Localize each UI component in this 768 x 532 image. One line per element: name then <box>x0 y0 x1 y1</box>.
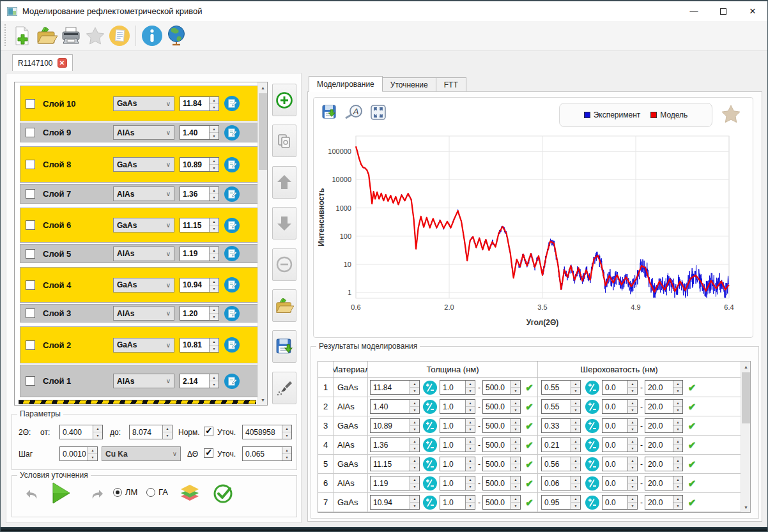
spinner-arrows-icon[interactable]: ▲▼ <box>282 425 291 439</box>
scroll-thumb[interactable] <box>742 372 750 423</box>
roughness-max-spinner[interactable]: 20.0▲▼ <box>645 495 683 510</box>
roughness-min-spinner[interactable]: 0.0▲▼ <box>602 399 638 414</box>
remove-layer-button[interactable] <box>272 248 296 281</box>
layer-material-combobox[interactable]: AlAs∨ <box>113 125 174 140</box>
roughness-min-spinner[interactable]: 0.0▲▼ <box>602 380 638 395</box>
plus-minus-toggle-icon[interactable] <box>585 381 599 395</box>
spinner-arrows-icon[interactable]: ▲▼ <box>465 419 475 432</box>
layer-checkbox[interactable] <box>26 128 35 137</box>
roughness-min-spinner[interactable]: 0.0▲▼ <box>602 495 638 510</box>
fit-enabled-check-icon[interactable]: ✔ <box>525 459 534 470</box>
layer-checkbox[interactable] <box>26 249 35 259</box>
layer-checkbox[interactable] <box>26 340 35 350</box>
layer-material-combobox[interactable]: AlAs∨ <box>113 247 174 261</box>
layer-thickness-spinner[interactable]: 1.20▲▼ <box>180 306 219 321</box>
run-refinement-button[interactable] <box>50 481 72 505</box>
roughness-max-spinner[interactable]: 20.0▲▼ <box>645 380 683 395</box>
plus-minus-toggle-icon[interactable] <box>585 457 599 471</box>
spinner-arrows-icon[interactable]: ▲▼ <box>571 476 580 490</box>
spinner-arrows-icon[interactable]: ▲▼ <box>465 476 475 490</box>
roughness-spinner[interactable]: 0.56▲▼ <box>541 457 581 471</box>
undo-button[interactable] <box>24 486 42 504</box>
save-structure-button[interactable] <box>272 330 296 363</box>
spinner-arrows-icon[interactable]: ▲▼ <box>571 457 580 471</box>
thickness-spinner[interactable]: 1.40▲▼ <box>370 399 420 414</box>
fit-enabled-check-icon[interactable]: ✔ <box>525 401 534 413</box>
spinner-arrows-icon[interactable]: ▲▼ <box>627 476 637 490</box>
thickness-spinner[interactable]: 10.94▲▼ <box>370 495 420 510</box>
thickness-spinner[interactable]: 11.84▲▼ <box>370 380 420 395</box>
method-radio-ga[interactable]: ГА <box>146 487 168 497</box>
method-radio-lm[interactable]: ЛМ <box>113 487 137 497</box>
spinner-arrows-icon[interactable]: ▲▼ <box>627 400 637 413</box>
layer-thickness-spinner[interactable]: 10.89▲▼ <box>180 157 219 172</box>
spinner-arrows-icon[interactable]: ▲▼ <box>465 438 475 452</box>
spinner-arrows-icon[interactable]: ▲▼ <box>410 419 419 432</box>
norm-checkbox[interactable] <box>204 427 213 436</box>
plus-minus-toggle-icon[interactable] <box>423 457 437 471</box>
spinner-arrows-icon[interactable]: ▲▼ <box>673 496 682 509</box>
spinner-arrows-icon[interactable]: ▲▼ <box>673 400 682 413</box>
scroll-down-icon[interactable]: ▼ <box>258 395 268 405</box>
new-document-button[interactable] <box>10 23 35 49</box>
roughness-spinner[interactable]: 0.21▲▼ <box>541 437 581 452</box>
spinner-arrows-icon[interactable]: ▲▼ <box>465 496 475 509</box>
spinner-arrows-icon[interactable]: ▲▼ <box>162 425 172 439</box>
globe-button[interactable] <box>164 23 188 49</box>
layer-material-combobox[interactable]: AlAs∨ <box>113 186 174 201</box>
apply-button[interactable] <box>213 483 233 504</box>
document-tab-close-icon[interactable]: ✕ <box>58 58 67 68</box>
thickness-max-spinner[interactable]: 500.0▲▼ <box>482 476 521 490</box>
fit-enabled-check-icon[interactable]: ✔ <box>688 497 696 508</box>
spinner-arrows-icon[interactable]: ▲▼ <box>673 457 682 471</box>
layer-material-combobox[interactable]: GaAs∨ <box>113 218 174 232</box>
plus-minus-toggle-icon[interactable] <box>423 381 437 395</box>
layer-thickness-spinner[interactable]: 10.81▲▼ <box>180 338 219 353</box>
two-theta-from-spinner[interactable]: 0.400▲▼ <box>59 425 103 439</box>
plus-minus-toggle-icon[interactable] <box>423 496 437 510</box>
layer-checkbox[interactable] <box>26 280 35 290</box>
favorite-chart-button[interactable] <box>721 104 741 125</box>
edit-layer-button[interactable] <box>224 277 240 293</box>
edit-layer-button[interactable] <box>224 186 240 202</box>
plus-minus-toggle-icon[interactable] <box>423 419 437 433</box>
thickness-min-spinner[interactable]: 1.0▲▼ <box>440 418 475 433</box>
clear-structure-button[interactable] <box>272 372 296 404</box>
spinner-arrows-icon[interactable]: ▲▼ <box>209 218 219 232</box>
fit-view-button[interactable] <box>370 104 387 121</box>
layer-checkbox[interactable] <box>26 376 35 386</box>
fit-enabled-check-icon[interactable]: ✔ <box>688 420 696 432</box>
spinner-arrows-icon[interactable]: ▲▼ <box>627 496 637 509</box>
roughness-max-spinner[interactable]: 20.0▲▼ <box>645 476 683 490</box>
plus-minus-toggle-icon[interactable] <box>585 496 599 510</box>
spinner-arrows-icon[interactable]: ▲▼ <box>673 381 682 394</box>
spinner-arrows-icon[interactable]: ▲▼ <box>511 457 520 471</box>
layer-material-combobox[interactable]: GaAs∨ <box>113 96 174 111</box>
spinner-arrows-icon[interactable]: ▲▼ <box>410 381 419 394</box>
thickness-max-spinner[interactable]: 500.0▲▼ <box>482 437 521 452</box>
thickness-spinner[interactable]: 10.89▲▼ <box>370 418 420 433</box>
plus-minus-toggle-icon[interactable] <box>423 476 437 490</box>
spinner-arrows-icon[interactable]: ▲▼ <box>93 425 102 439</box>
spinner-arrows-icon[interactable]: ▲▼ <box>209 374 219 388</box>
anode-combobox[interactable]: Cu Ka ∨ <box>102 446 181 461</box>
tab-уточнение[interactable]: Уточнение <box>383 77 436 92</box>
spinner-arrows-icon[interactable]: ▲▼ <box>571 419 580 432</box>
spinner-arrows-icon[interactable]: ▲▼ <box>511 496 520 509</box>
move-layer-down-button[interactable] <box>272 207 296 239</box>
edit-layer-button[interactable] <box>224 337 240 353</box>
spinner-arrows-icon[interactable]: ▲▼ <box>511 400 520 413</box>
spinner-arrows-icon[interactable]: ▲▼ <box>209 187 219 201</box>
roughness-spinner[interactable]: 0.06▲▼ <box>541 476 581 490</box>
spinner-arrows-icon[interactable]: ▲▼ <box>209 247 219 261</box>
spinner-arrows-icon[interactable]: ▲▼ <box>410 476 419 490</box>
edit-layer-button[interactable] <box>224 96 240 111</box>
tab-моделирование[interactable]: Моделирование <box>309 76 383 92</box>
reflectometry-chart[interactable]: 1101001000100001000000.62.03.54.96.4Угол… <box>315 128 753 337</box>
layer-material-combobox[interactable]: GaAs∨ <box>113 278 174 293</box>
results-scrollbar[interactable]: ▲ ▼ <box>741 361 750 512</box>
spinner-arrows-icon[interactable]: ▲▼ <box>673 419 682 432</box>
layer-checkbox[interactable] <box>26 160 35 169</box>
plus-minus-toggle-icon[interactable] <box>585 476 599 490</box>
layer-material-combobox[interactable]: GaAs∨ <box>113 157 174 172</box>
